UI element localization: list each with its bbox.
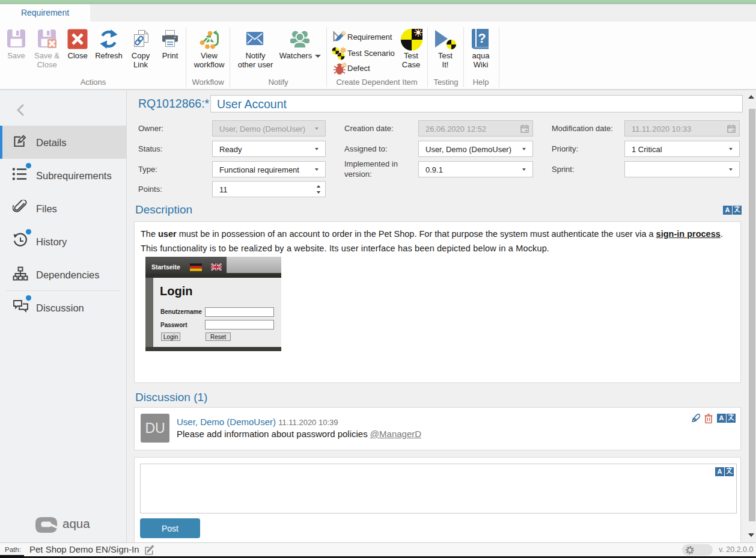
svg-text:?: ?	[478, 31, 486, 46]
